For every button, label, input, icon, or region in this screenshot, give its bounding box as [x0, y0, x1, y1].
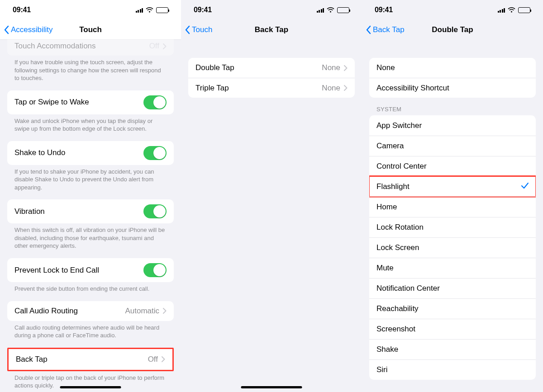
wifi-icon — [146, 7, 153, 13]
row-system-action[interactable]: Screenshot — [369, 319, 536, 339]
status-bar: 09:41 — [181, 0, 362, 20]
cellular-signal-icon — [498, 7, 505, 13]
row-label: Shake — [376, 345, 398, 354]
row-system-action[interactable]: Siri — [369, 359, 536, 380]
row-label: Siri — [376, 365, 388, 374]
row-value: Off — [148, 355, 165, 364]
row-system-action[interactable]: App Switcher — [369, 115, 536, 136]
back-button[interactable]: Back Tap — [366, 25, 405, 34]
row-label: Tap or Swipe to Wake — [14, 98, 89, 107]
row-label: Triple Tap — [195, 84, 229, 93]
row-tap-swipe-wake[interactable]: Tap or Swipe to Wake — [7, 90, 174, 114]
row-label: Call Audio Routing — [14, 307, 78, 316]
row-none[interactable]: None — [369, 58, 536, 78]
row-double-tap[interactable]: Double Tap None — [188, 58, 355, 78]
row-label: Double Tap — [195, 63, 234, 72]
row-system-action[interactable]: Shake — [369, 339, 536, 359]
nav-bar: Accessibility Touch — [0, 20, 181, 40]
toggle-switch[interactable] — [143, 95, 167, 109]
status-time: 09:41 — [375, 6, 393, 14]
section-footer: If you have trouble using the touch scre… — [7, 56, 174, 82]
toggle-switch[interactable] — [143, 146, 167, 160]
status-icons — [317, 7, 350, 13]
cellular-signal-icon — [317, 7, 324, 13]
status-time: 09:41 — [194, 6, 212, 14]
checkmark-icon — [521, 182, 529, 191]
back-label: Back Tap — [373, 25, 405, 34]
chevron-right-icon — [163, 308, 167, 314]
row-system-action[interactable]: Lock Rotation — [369, 217, 536, 237]
system-action-list: App SwitcherCameraControl CenterFlashlig… — [369, 115, 536, 380]
cellular-signal-icon — [136, 7, 143, 13]
chevron-left-icon — [185, 25, 190, 34]
chevron-left-icon — [366, 25, 371, 34]
screen-touch-settings: 09:41 Accessibility Touch Touch Accommod… — [0, 0, 181, 392]
row-label: Touch Accommodations — [14, 42, 96, 51]
back-button[interactable]: Accessibility — [4, 25, 53, 34]
status-icons — [136, 7, 169, 13]
row-system-action[interactable]: Notification Center — [369, 278, 536, 298]
home-indicator[interactable] — [241, 386, 302, 388]
row-label: Back Tap — [16, 355, 48, 364]
row-label: Prevent Lock to End Call — [14, 266, 99, 275]
back-label: Accessibility — [11, 25, 53, 34]
battery-icon — [156, 7, 168, 13]
row-label: Flashlight — [376, 182, 410, 191]
section-header-system: System — [369, 106, 536, 115]
section-footer: Prevent the side button from ending the … — [7, 282, 174, 293]
chevron-right-icon — [162, 356, 165, 362]
row-label: Reachability — [376, 304, 419, 313]
row-label: Camera — [376, 142, 404, 151]
section-footer: Call audio routing determines where audi… — [7, 321, 174, 340]
status-time: 09:41 — [13, 6, 31, 14]
row-value: None — [322, 63, 348, 72]
row-back-tap[interactable]: Back Tap Off — [9, 349, 172, 370]
row-value: Automatic — [125, 307, 167, 316]
row-label: None — [376, 63, 395, 72]
row-label: Vibration — [14, 207, 45, 216]
section-footer: Wake and unlock iPhone when you tap the … — [7, 114, 174, 133]
row-accessibility-shortcut[interactable]: Accessibility Shortcut — [369, 78, 536, 98]
row-system-action[interactable]: Mute — [369, 258, 536, 278]
row-system-action[interactable]: Flashlight — [369, 176, 536, 197]
row-value: None — [322, 84, 348, 93]
toggle-switch[interactable] — [143, 204, 167, 218]
nav-bar: Touch Back Tap — [181, 20, 362, 40]
chevron-right-icon — [163, 43, 167, 49]
screen-back-tap: 09:41 Touch Back Tap Double Tap None — [181, 0, 362, 392]
status-bar: 09:41 — [0, 0, 181, 20]
nav-bar: Back Tap Double Tap — [362, 20, 543, 40]
row-label: Mute — [376, 264, 394, 273]
row-label: Lock Rotation — [376, 223, 424, 232]
toggle-switch[interactable] — [143, 263, 167, 277]
chevron-right-icon — [344, 85, 348, 91]
row-label: Screenshot — [376, 325, 415, 334]
row-label: Notification Center — [376, 284, 440, 293]
row-system-action[interactable]: Reachability — [369, 298, 536, 319]
highlighted-row: Back Tap Off — [7, 348, 174, 371]
row-system-action[interactable]: Camera — [369, 136, 536, 156]
row-call-audio-routing[interactable]: Call Audio Routing Automatic — [7, 301, 174, 321]
row-label: Home — [376, 203, 397, 212]
back-label: Touch — [192, 25, 212, 34]
row-system-action[interactable]: Control Center — [369, 156, 536, 176]
row-prevent-lock-end-call[interactable]: Prevent Lock to End Call — [7, 258, 174, 282]
screen-double-tap: 09:41 Back Tap Double Tap None Accessibi… — [362, 0, 543, 392]
back-button[interactable]: Touch — [185, 25, 212, 34]
chevron-left-icon — [4, 25, 9, 34]
row-label: Shake to Undo — [14, 148, 65, 157]
section-footer: When this switch is off, all vibration o… — [7, 223, 174, 250]
row-touch-accommodations[interactable]: Touch Accommodations Off — [7, 39, 174, 56]
row-value: Off — [149, 42, 167, 51]
status-bar: 09:41 — [362, 0, 543, 20]
row-vibration[interactable]: Vibration — [7, 199, 174, 223]
chevron-right-icon — [344, 65, 348, 71]
row-label: Accessibility Shortcut — [376, 84, 449, 93]
wifi-icon — [327, 7, 334, 13]
row-system-action[interactable]: Home — [369, 197, 536, 217]
row-system-action[interactable]: Lock Screen — [369, 237, 536, 258]
row-label: Control Center — [376, 162, 427, 171]
row-shake-to-undo[interactable]: Shake to Undo — [7, 141, 174, 165]
home-indicator[interactable] — [60, 386, 121, 388]
row-triple-tap[interactable]: Triple Tap None — [188, 78, 355, 98]
